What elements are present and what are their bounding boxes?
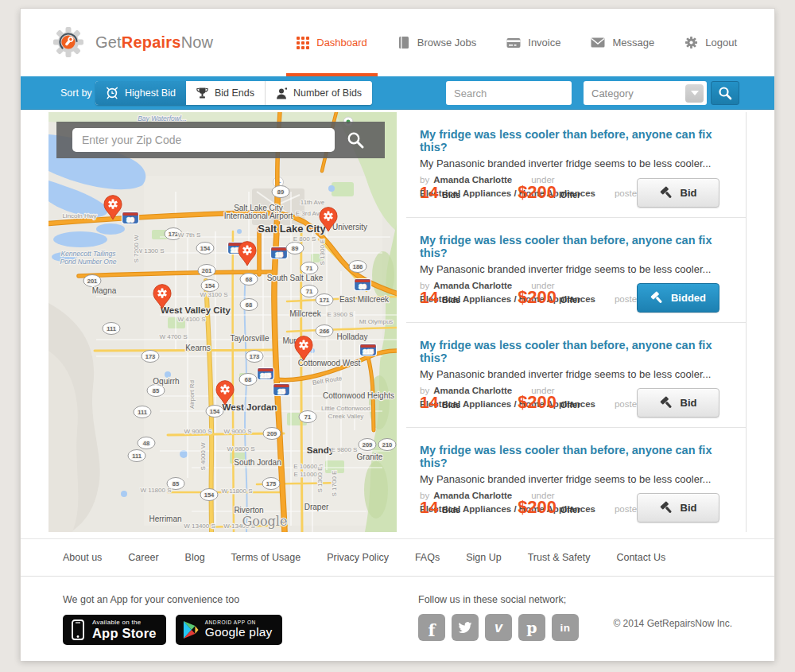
footer-link-career[interactable]: Career [128,552,158,563]
route-shield: 154 [196,243,214,254]
sort-by-label: Sort by [60,76,92,110]
search-icon [718,86,732,100]
logo[interactable]: GetRepairsNow [51,25,213,60]
job-card: My fridge was less cooler than before, a… [406,322,746,427]
message-icon [591,37,605,48]
svg-text:154: 154 [204,491,215,499]
bid-button[interactable]: Bid [637,178,719,208]
route-shield: 89 [286,243,304,254]
category-label: Category [591,87,634,99]
google-play-badge[interactable]: ANDROID APP ON Google play [176,615,282,645]
map-label: Salt Lake City [258,223,326,235]
footer-link-blog[interactable]: Blog [185,552,205,563]
sort-option-highest-bid[interactable]: Highest Bid [95,81,186,105]
footer-link-faqs[interactable]: FAQs [415,552,440,563]
iphone-icon [70,620,86,640]
pinterest-icon[interactable]: p [518,614,545,641]
offer-amount: $200 [518,287,556,308]
copyright: © 2014 GetRepairsNow Inc. [613,618,732,629]
job-title-link[interactable]: My fridge was less cooler than before, a… [420,128,728,153]
interstate-shield: 15 [273,384,290,396]
interstate-shield: 215 [360,344,377,356]
svg-text:89: 89 [292,245,298,252]
map-label: West Valley City [161,305,231,315]
svg-text:154: 154 [200,245,211,252]
job-stats: 14Bids$200OfferBid [420,182,728,203]
map-label: University [332,223,367,231]
vimeo-icon[interactable]: v [485,614,512,641]
map-label: W 1300 S [136,247,164,254]
bid-count: 14 [420,183,438,202]
map-label: S 1300 E [319,239,326,266]
nav-item-dashboard[interactable]: Dashboard [281,9,382,76]
clock-icon [106,87,118,99]
footer-link-about-us[interactable]: About us [63,552,102,563]
svg-text:89: 89 [277,188,284,196]
map-label: Magna [92,286,117,295]
page-card: GetRepairsNow DashboardBrowse JobsInvoic… [20,8,775,660]
map-label: W 4700 S [159,333,187,340]
route-shield: 209 [263,428,281,440]
twitter-icon[interactable] [452,614,479,641]
app-store-badge[interactable]: Available on the App Store [63,615,166,645]
invoice-icon [506,37,521,49]
zip-code-input[interactable] [72,128,335,152]
play-triangle-icon [183,620,199,639]
svg-text:201: 201 [202,267,212,274]
search-input[interactable] [446,81,572,105]
linkedin-icon[interactable]: in [552,614,579,641]
route-shield: 85 [147,385,165,397]
route-shield: 71 [301,262,318,274]
zip-search-button[interactable] [346,130,365,150]
person-icon [276,87,287,99]
footer-link-privacy-policy[interactable]: Privacy Policy [327,552,389,563]
chevron-down-icon[interactable] [685,84,704,103]
nav-item-logout[interactable]: Logout [669,9,752,76]
footer-link-terms-of-usage[interactable]: Terms of Usage [231,552,301,563]
job-description: My Panasonic branded inverter fridge see… [420,368,728,380]
map-label: W 9000 S [184,428,211,435]
map-label: Herriman [149,515,181,523]
nav-item-browse-jobs[interactable]: Browse Jobs [382,9,491,76]
logout-icon [684,36,698,49]
route-shield: 154 [200,489,218,501]
facebook-icon[interactable]: f [418,614,445,641]
map[interactable]: 8080151521521521517215415415415420120168… [48,112,397,532]
search-button[interactable] [711,81,739,105]
bid-button[interactable]: Bid [637,388,719,418]
logo-gear-icon [51,25,86,60]
route-shield: 173 [142,351,159,363]
bidded-button[interactable]: Bidded [637,283,719,313]
job-title-link[interactable]: My fridge was less cooler than before, a… [420,339,728,364]
category-select[interactable]: Category [584,81,707,105]
badge-line2: App Store [92,627,157,640]
filter-toolbar: Sort by Highest BidBid EndsNumber of Bid… [21,76,774,110]
sort-option-number-of-bids[interactable]: Number of Bids [266,81,372,105]
svg-text:111: 111 [138,409,147,416]
map-label: Pond Number One [60,258,117,266]
footer-link-sign-up[interactable]: Sign Up [466,552,501,563]
bid-button[interactable]: Bid [637,493,719,522]
job-title-link[interactable]: My fridge was less cooler than before, a… [420,444,728,469]
route-shield: 111 [128,450,145,462]
route-shield: 201 [198,265,215,277]
svg-text:68: 68 [246,301,252,309]
job-title-link[interactable]: My fridge was less cooler than before, a… [420,234,728,259]
route-shield: 154 [206,406,223,418]
map-label: South Jordan [234,458,281,467]
svg-text:80: 80 [359,283,366,290]
svg-text:71: 71 [306,288,312,295]
map-label: Kennecott Tailings [60,250,116,258]
map-label: Kearns [185,344,211,352]
footer-link-contact-us[interactable]: Contact Us [616,552,665,563]
sort-option-bid-ends[interactable]: Bid Ends [186,81,266,105]
nav-item-invoice[interactable]: Invoice [491,9,576,76]
job-card: My fridge was less cooler than before, a… [406,112,746,217]
svg-text:266: 266 [320,328,330,335]
map-label: W 11800 S [222,487,253,495]
app-promo-text: We got an App for your convenience too [63,594,282,605]
map-label: Lincoln Hwy [62,212,96,219]
footer-link-trust-safety[interactable]: Trust & Safety [528,552,591,563]
nav-item-message[interactable]: Message [576,9,669,76]
bid-count: 14 [420,288,438,307]
